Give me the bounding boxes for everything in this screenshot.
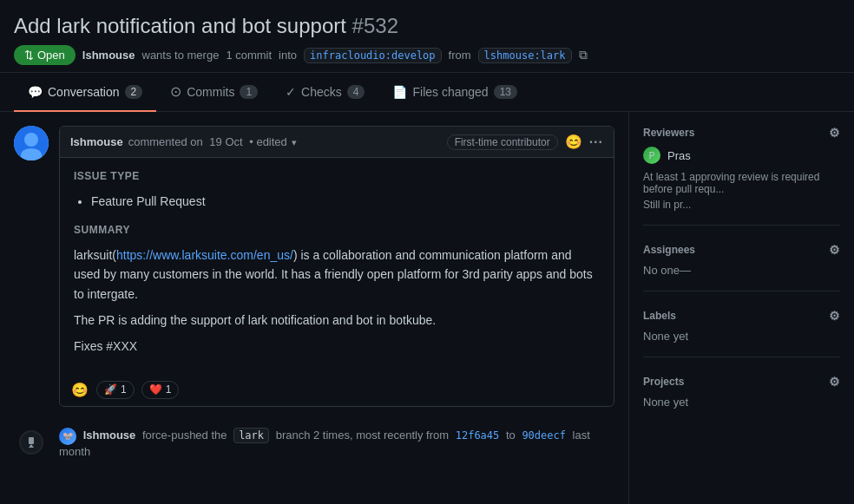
event-from-hash[interactable]: 12f6a45 [456, 429, 500, 442]
reviewer-avatar: P [643, 147, 660, 164]
event-content: 🐭 lshmouse force-pushed the lark branch … [59, 428, 614, 458]
reviewers-label: Reviewers ⚙ [643, 126, 840, 140]
projects-value: None yet [643, 396, 840, 409]
reaction-heart[interactable]: ❤️ 1 [141, 381, 180, 399]
reviewers-gear-icon[interactable]: ⚙ [829, 126, 840, 140]
issue-type-label: ISSUE TYPE [74, 168, 600, 185]
projects-gear-icon[interactable]: ⚙ [829, 375, 840, 389]
comment-body: ISSUE TYPE Feature Pull Request SUMMARY … [60, 158, 614, 374]
conversation-area: lshmouse commented on 19 Oct • edited ▾ … [0, 112, 628, 504]
summary-fixes: Fixes #XXX [74, 337, 600, 356]
reviewer-note-3: Still in pr... [643, 199, 840, 211]
labels-gear-icon[interactable]: ⚙ [829, 309, 840, 323]
add-reaction-button[interactable]: 😊 [565, 134, 582, 150]
svg-rect-3 [29, 437, 34, 444]
assignees-label: Assignees ⚙ [643, 243, 840, 257]
reviewer-name[interactable]: Pras [667, 149, 691, 162]
more-options-button[interactable]: ··· [589, 134, 603, 150]
checks-icon: ✓ [286, 85, 296, 99]
tab-files-changed[interactable]: 📄 Files changed 13 [378, 73, 531, 112]
heart-emoji: ❤️ [149, 383, 162, 396]
event-action: force-pushed the [142, 429, 227, 442]
pr-meta-into: into [279, 49, 297, 62]
tab-conversation-count: 2 [125, 85, 143, 99]
comment-reactions: 😊 🚀 1 ❤️ 1 [60, 374, 614, 406]
event-branch[interactable]: lark [233, 428, 269, 443]
pr-meta-from: from [449, 49, 471, 62]
summary-text-1: larksuit( [74, 248, 116, 262]
commenter-avatar [14, 126, 49, 160]
reviewer-info: Pras [667, 149, 691, 162]
tab-conversation-label: Conversation [48, 85, 120, 99]
sidebar-labels-section: Labels ⚙ None yet [643, 309, 840, 357]
open-pr-icon: ⇅ [24, 49, 34, 62]
tab-checks-count: 4 [347, 85, 365, 99]
comment-edited: • edited [249, 135, 287, 148]
pr-meta-text: wants to merge [142, 49, 220, 62]
page-header: Add lark notification and bot support #5… [0, 0, 854, 73]
event-author[interactable]: lshmouse [83, 429, 136, 442]
event-to-hash[interactable]: 90deecf [522, 429, 566, 442]
comment-header: lshmouse commented on 19 Oct • edited ▾ … [60, 127, 614, 158]
pr-meta: ⇅ Open lshmouse wants to merge 1 commit … [14, 45, 840, 65]
comment-header-right: First-time contributor 😊 ··· [447, 134, 603, 150]
comment-box: lshmouse commented on 19 Oct • edited ▾ … [59, 126, 614, 407]
summary-paragraph-2: The PR is adding the support of lark not… [74, 311, 600, 330]
sidebar-projects-section: Projects ⚙ None yet [643, 375, 840, 422]
summary-paragraph-1: larksuit(https://www.larksuite.com/en_us… [74, 245, 600, 304]
reviewer-note-2: pull requ... [675, 183, 724, 195]
tab-checks-label: Checks [301, 85, 342, 99]
assignees-value: No one— [643, 264, 840, 277]
conversation-icon: 💬 [28, 85, 43, 99]
pr-status-text: Open [37, 49, 65, 62]
sidebar-reviewers-section: Reviewers ⚙ P Pras At least 1 approving … [643, 126, 840, 226]
svg-point-1 [24, 133, 38, 147]
event-author-avatar: 🐭 [59, 428, 76, 445]
issue-type-item: Feature Pull Request [91, 192, 600, 211]
pr-commits-count: 1 commit [226, 49, 272, 62]
pr-title: Add lark notification and bot support #5… [14, 14, 840, 38]
push-event-icon [19, 430, 43, 455]
summary-label: SUMMARY [74, 222, 600, 239]
add-reaction-icon[interactable]: 😊 [70, 381, 89, 399]
reviewers-label-text: Reviewers [643, 127, 694, 139]
comment-date: 19 Oct [209, 135, 242, 148]
push-event-block: 🐭 lshmouse force-pushed the lark branch … [14, 421, 614, 465]
issue-type-list: Feature Pull Request [91, 192, 600, 211]
pr-status-badge: ⇅ Open [14, 45, 76, 65]
summary-link[interactable]: https://www.larksuite.com/en_us/ [116, 248, 293, 262]
assignees-gear-icon[interactable]: ⚙ [829, 243, 840, 257]
commits-icon: ⊙ [170, 83, 181, 100]
sidebar: Reviewers ⚙ P Pras At least 1 approving … [628, 112, 854, 504]
labels-value: None yet [643, 330, 840, 343]
reviewer-item: P Pras [643, 147, 840, 164]
comment-action-time: commented on 19 Oct • edited ▾ [128, 135, 298, 148]
reaction-rocket[interactable]: 🚀 1 [96, 381, 135, 399]
tab-conversation[interactable]: 💬 Conversation 2 [14, 73, 156, 112]
labels-label-text: Labels [643, 310, 676, 322]
pr-author: lshmouse [82, 49, 135, 62]
contributor-badge: First-time contributor [447, 134, 558, 150]
event-to-text: to [506, 429, 516, 442]
projects-label: Projects ⚙ [643, 375, 840, 389]
comment-author[interactable]: lshmouse [70, 135, 123, 148]
pr-target-branch[interactable]: infracloudio:develop [304, 48, 442, 63]
chevron-down-icon[interactable]: ▾ [292, 137, 297, 147]
copy-branch-icon[interactable]: ⧉ [579, 48, 588, 62]
tab-commits[interactable]: ⊙ Commits 1 [156, 73, 272, 112]
reviewer-note: At least 1 approving review is required … [643, 171, 840, 195]
files-icon: 📄 [392, 85, 407, 99]
comment-block: lshmouse commented on 19 Oct • edited ▾ … [14, 126, 614, 407]
projects-label-text: Projects [643, 376, 684, 388]
pr-source-branch[interactable]: lshmouse:lark [478, 48, 572, 63]
tab-commits-count: 1 [240, 85, 258, 99]
tab-files-count: 13 [494, 85, 517, 99]
comment-header-left: lshmouse commented on 19 Oct • edited ▾ [70, 135, 297, 148]
heart-count: 1 [166, 383, 172, 396]
sidebar-assignees-section: Assignees ⚙ No one— [643, 243, 840, 291]
rocket-emoji: 🚀 [104, 383, 117, 396]
tab-checks[interactable]: ✓ Checks 4 [272, 73, 378, 112]
comment-action: commented on [128, 135, 203, 148]
main-content: lshmouse commented on 19 Oct • edited ▾ … [0, 112, 854, 504]
svg-marker-4 [29, 444, 34, 448]
